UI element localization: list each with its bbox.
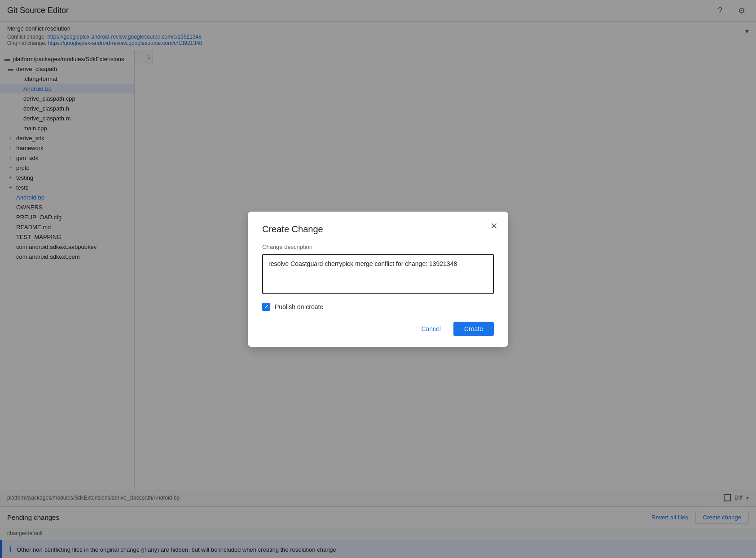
modal-actions: Cancel Create (262, 322, 494, 336)
modal-close-button[interactable]: ✕ (487, 219, 501, 233)
publish-label: Publish on create (275, 303, 323, 310)
description-label: Change description (262, 244, 494, 250)
publish-checkbox[interactable] (262, 303, 270, 311)
cancel-button[interactable]: Cancel (414, 322, 448, 336)
publish-checkbox-row: Publish on create (262, 303, 494, 311)
create-button[interactable]: Create (453, 322, 494, 336)
modal-title: Create Change (262, 224, 494, 235)
modal-overlay[interactable]: ✕ Create Change Change description resol… (0, 0, 756, 558)
create-change-modal: ✕ Create Change Change description resol… (248, 212, 508, 347)
description-textarea[interactable]: resolve Coastguard cherrypick merge conf… (262, 254, 494, 294)
